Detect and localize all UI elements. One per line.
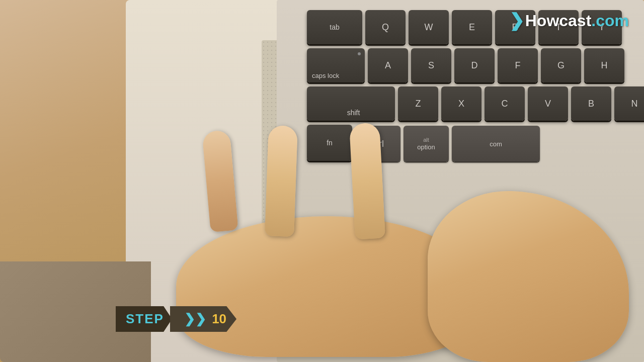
key-shift: shift: [307, 86, 395, 121]
key-fn: fn: [307, 125, 352, 161]
key-q: Q: [365, 10, 406, 44]
step-indicator: STEP ❯❯ 10: [116, 306, 236, 332]
howcast-arrow-icon: ❯: [509, 10, 524, 31]
key-f: F: [498, 48, 538, 82]
keyboard: tab Q W E R T: [307, 10, 639, 165]
step-number: ❯❯ 10: [170, 306, 236, 332]
key-d: D: [454, 48, 495, 82]
key-v: V: [528, 86, 568, 121]
key-e: E: [452, 10, 492, 44]
key-c: C: [485, 86, 525, 121]
key-h: H: [584, 48, 624, 82]
keyboard-row-2: caps lock A S D F G: [307, 48, 639, 82]
howcast-brand-text: Howcast.com: [525, 12, 629, 30]
caps-lock-led: [358, 52, 361, 55]
key-caps-lock: caps lock: [307, 48, 365, 82]
key-x: X: [441, 86, 481, 121]
keyboard-row-3: shift Z X C V B: [307, 86, 639, 121]
step-shape: STEP ❯❯ 10: [116, 306, 236, 332]
key-g: G: [541, 48, 581, 82]
step-label: STEP: [116, 306, 172, 332]
key-ctrl: ctrl: [355, 126, 400, 162]
key-b: B: [571, 86, 611, 121]
key-z: Z: [398, 86, 438, 121]
keyboard-area: tab Q W E R T: [277, 0, 644, 362]
step-arrows-icon: ❯❯: [184, 311, 206, 326]
keyboard-row-4: fn ctrl alt option com: [307, 125, 639, 161]
key-tab: tab: [307, 10, 362, 44]
key-option: alt option: [404, 126, 449, 162]
key-command: com: [452, 126, 540, 162]
howcast-logo: ❯ Howcast.com: [509, 10, 629, 31]
key-a: A: [368, 48, 408, 82]
key-n: N: [614, 86, 644, 121]
key-s: S: [411, 48, 451, 82]
key-w: W: [409, 10, 449, 44]
video-frame: tab Q W E R T: [0, 0, 644, 362]
